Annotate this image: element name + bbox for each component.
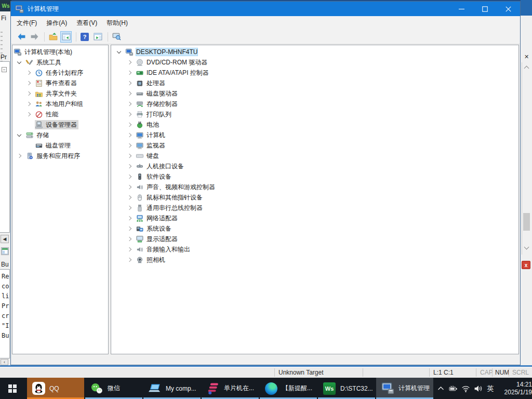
scroll-down-icon[interactable]: [524, 245, 529, 250]
chevron-collapsed-icon[interactable]: [127, 206, 131, 210]
chevron-collapsed-icon[interactable]: [127, 154, 131, 158]
chevron-collapsed-icon[interactable]: [127, 185, 131, 189]
taskbar-button-mcu[interactable]: 单片机在...: [202, 378, 259, 399]
forward-icon[interactable]: [29, 31, 40, 43]
chevron-collapsed-icon[interactable]: [17, 154, 21, 158]
tree-item[interactable]: 通用串行总线控制器: [111, 203, 518, 213]
tree-item[interactable]: 设备管理器: [12, 119, 108, 130]
scan-hardware-icon[interactable]: [111, 31, 122, 43]
tree-item[interactable]: 性能: [12, 109, 108, 119]
tree-item[interactable]: 打印队列: [111, 109, 518, 119]
tree-item[interactable]: DVD/CD-ROM 驱动器: [111, 57, 518, 68]
tree-item[interactable]: 存储: [12, 130, 108, 140]
tree-item[interactable]: 显示适配器: [111, 234, 518, 244]
tree-item[interactable]: 计算机: [111, 130, 518, 140]
clock[interactable]: 14:21 2025/1/19: [497, 381, 532, 396]
tree-item[interactable]: IDE ATA/ATAPI 控制器: [111, 68, 518, 78]
bg-build-tab-icon[interactable]: [1, 247, 9, 255]
tree-item[interactable]: 磁盘管理: [12, 140, 108, 151]
chevron-collapsed-icon[interactable]: [127, 71, 131, 75]
tree-item[interactable]: 任务计划程序: [12, 68, 108, 78]
tree-item[interactable]: 磁盘驱动器: [111, 88, 518, 99]
chevron-collapsed-icon[interactable]: [127, 102, 131, 106]
show-console-tree-button[interactable]: [60, 31, 72, 43]
bg-build-output-tab-fragment[interactable]: Bu: [1, 261, 9, 268]
chevron-collapsed-icon[interactable]: [127, 175, 131, 179]
help-icon[interactable]: ?: [79, 31, 90, 43]
ime-indicator[interactable]: 英: [484, 384, 497, 393]
bg-hscroll-left-button[interactable]: ‹: [1, 359, 8, 365]
back-icon[interactable]: [16, 31, 27, 43]
tree-item[interactable]: 系统工具: [12, 57, 108, 68]
wifi-icon[interactable]: [459, 383, 472, 394]
tree-item[interactable]: 键盘: [111, 151, 518, 161]
tree-item[interactable]: 事件查看器: [12, 78, 108, 88]
tree-item[interactable]: 软件设备: [111, 171, 518, 182]
battery-icon[interactable]: [447, 383, 459, 394]
tree-item[interactable]: DESKTOP-MHNF4TU: [111, 47, 518, 57]
chevron-collapsed-icon[interactable]: [127, 216, 131, 220]
menu-item-1[interactable]: 操作(A): [42, 16, 72, 30]
bg-panel-close-button[interactable]: ✕: [522, 52, 531, 61]
chevron-expanded-icon[interactable]: [117, 49, 121, 54]
bg-output-close-button[interactable]: x: [522, 261, 530, 269]
chevron-collapsed-icon[interactable]: [26, 91, 31, 96]
chevron-collapsed-icon[interactable]: [127, 247, 131, 251]
chevron-collapsed-icon[interactable]: [127, 133, 131, 137]
tree-item[interactable]: 鼠标和其他指针设备: [111, 192, 518, 203]
chevron-collapsed-icon[interactable]: [127, 195, 131, 200]
chevron-collapsed-icon[interactable]: [26, 71, 31, 75]
chevron-collapsed-icon[interactable]: [127, 143, 131, 148]
chevron-expanded-icon[interactable]: [17, 132, 21, 137]
tree-item[interactable]: 监视器: [111, 140, 518, 151]
chevron-collapsed-icon[interactable]: [127, 81, 131, 85]
tree-collapse-box-icon[interactable]: −: [2, 67, 7, 72]
tree-item[interactable]: 声音、视频和游戏控制器: [111, 182, 518, 192]
bg-scroll-left-button[interactable]: ◀: [1, 235, 9, 243]
chevron-collapsed-icon[interactable]: [127, 227, 131, 231]
tray-overflow-chevron-icon[interactable]: [434, 383, 447, 394]
menu-item-0[interactable]: 文件(F): [12, 16, 42, 30]
tree-item[interactable]: 网络适配器: [111, 213, 518, 223]
chevron-expanded-icon[interactable]: [17, 60, 21, 64]
chevron-collapsed-icon[interactable]: [127, 112, 131, 116]
chevron-collapsed-icon[interactable]: [26, 112, 31, 116]
maximize-button[interactable]: [473, 2, 497, 16]
start-button[interactable]: [0, 378, 25, 399]
tree-item[interactable]: 计算机管理(本地): [12, 47, 108, 57]
minimize-button[interactable]: [450, 2, 473, 16]
bg-vertical-scrollbar[interactable]: [522, 62, 531, 255]
tree-item[interactable]: 共享文件夹: [12, 88, 108, 99]
tree-item[interactable]: 处理器: [111, 78, 518, 88]
taskbar-button-keil[interactable]: WsD:\STC32...: [318, 378, 375, 399]
bg-file-menu-fragment[interactable]: Fi: [1, 15, 6, 22]
chevron-collapsed-icon[interactable]: [127, 164, 131, 168]
chevron-collapsed-icon[interactable]: [26, 81, 31, 85]
tree-item[interactable]: 电池: [111, 119, 518, 130]
tree-item[interactable]: 本地用户和组: [12, 99, 108, 109]
taskbar-button-computer-management[interactable]: 计算机管理: [376, 378, 433, 399]
taskbar-button-mycomputer[interactable]: My comp...: [143, 378, 201, 399]
chevron-collapsed-icon[interactable]: [127, 91, 131, 96]
taskbar-button-qq[interactable]: QQ: [27, 378, 84, 399]
taskbar-button-edge[interactable]: 【新提醒...: [260, 378, 317, 399]
scroll-up-icon[interactable]: [524, 66, 529, 71]
chevron-collapsed-icon[interactable]: [127, 237, 131, 241]
chevron-collapsed-icon[interactable]: [127, 60, 131, 64]
close-button[interactable]: [497, 2, 520, 16]
tree-item[interactable]: 音频输入和输出: [111, 244, 518, 255]
menu-item-2[interactable]: 查看(V): [72, 16, 102, 30]
chevron-collapsed-icon[interactable]: [127, 123, 131, 127]
tree-item[interactable]: 人机接口设备: [111, 161, 518, 171]
titlebar[interactable]: 计算机管理: [11, 2, 520, 16]
tree-item[interactable]: 系统设备: [111, 223, 518, 234]
taskbar-button-wechat[interactable]: 微信: [85, 378, 142, 399]
tree-item[interactable]: 存储控制器: [111, 99, 518, 109]
show-action-pane-button[interactable]: [92, 31, 103, 43]
volume-icon[interactable]: [472, 383, 484, 394]
tree-item[interactable]: 服务和应用程序: [12, 151, 108, 161]
chevron-collapsed-icon[interactable]: [127, 258, 131, 262]
open-folder-icon[interactable]: [47, 31, 59, 43]
menu-item-3[interactable]: 帮助(H): [102, 16, 132, 30]
tree-item[interactable]: 照相机: [111, 255, 518, 265]
